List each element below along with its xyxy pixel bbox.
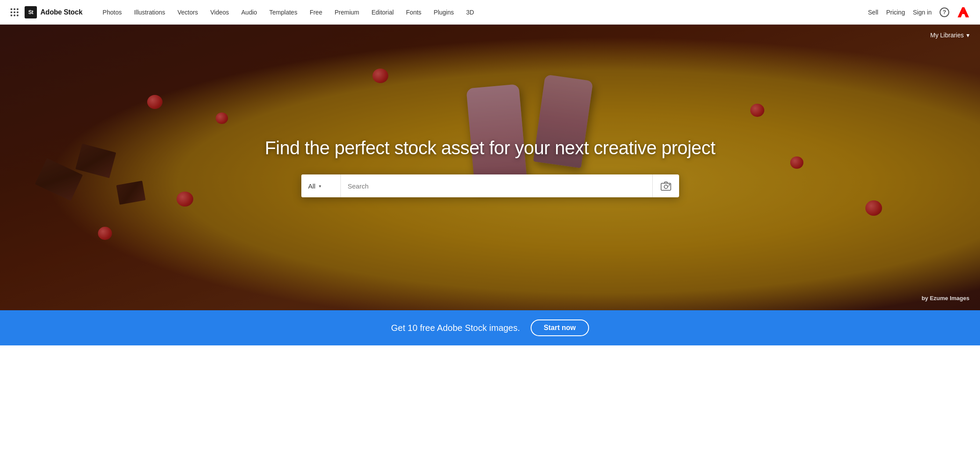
attribution-author: Ezume Images [930, 295, 969, 301]
nav-item-free[interactable]: Free [304, 0, 329, 25]
nav-item-photos[interactable]: Photos [97, 0, 128, 25]
nav-item-videos[interactable]: Videos [204, 0, 235, 25]
svg-point-1 [664, 185, 668, 189]
nav-item-plugins[interactable]: Plugins [427, 0, 460, 25]
visual-search-button[interactable] [652, 174, 679, 197]
search-type-value: All [308, 182, 316, 190]
nav-item-vectors[interactable]: Vectors [171, 0, 204, 25]
nav-item-editorial[interactable]: Editorial [365, 0, 400, 25]
search-input[interactable] [341, 174, 652, 197]
promo-text: Get 10 free Adobe Stock images. [391, 323, 520, 333]
nav-item-audio[interactable]: Audio [235, 0, 263, 25]
nav-sell-link[interactable]: Sell [868, 9, 878, 16]
logo-name: Adobe Stock [40, 8, 83, 16]
nav-pricing-link[interactable]: Pricing [886, 9, 905, 16]
search-bar: All ▾ [301, 174, 679, 197]
nav-item-3d[interactable]: 3D [460, 0, 480, 25]
nav-signin-link[interactable]: Sign in [913, 9, 932, 16]
hero-attribution: by Ezume Images [922, 295, 969, 301]
attribution-prefix: by [922, 295, 928, 301]
my-libraries-button[interactable]: My Libraries ▾ [930, 32, 969, 39]
start-now-button[interactable]: Start now [531, 319, 589, 336]
svg-point-2 [669, 184, 670, 185]
adobe-stock-logo[interactable]: St Adobe Stock [25, 6, 83, 18]
nav-item-fonts[interactable]: Fonts [400, 0, 427, 25]
nav-item-templates[interactable]: Templates [263, 0, 304, 25]
nav-links: Photos Illustrations Vectors Videos Audi… [97, 0, 868, 25]
nav-right: Sell Pricing Sign in ? [868, 6, 969, 18]
navbar: St Adobe Stock Photos Illustrations Vect… [0, 0, 980, 25]
logo-box: St [25, 6, 37, 18]
grid-menu-icon[interactable] [11, 8, 18, 16]
my-libraries-chevron: ▾ [966, 32, 969, 39]
promo-banner: Get 10 free Adobe Stock images. Start no… [0, 310, 980, 345]
camera-icon [661, 181, 671, 191]
nav-item-premium[interactable]: Premium [329, 0, 365, 25]
nav-item-illustrations[interactable]: Illustrations [128, 0, 171, 25]
my-libraries-label: My Libraries [930, 32, 964, 39]
hero-content: Find the perfect stock asset for your ne… [0, 138, 980, 197]
hero-title: Find the perfect stock asset for your ne… [18, 138, 962, 159]
dropdown-chevron-icon: ▾ [319, 184, 321, 189]
help-icon[interactable]: ? [940, 7, 949, 17]
search-type-dropdown[interactable]: All ▾ [301, 174, 341, 197]
adobe-icon[interactable] [957, 6, 969, 18]
hero-section: My Libraries ▾ Find the perfect stock as… [0, 25, 980, 310]
